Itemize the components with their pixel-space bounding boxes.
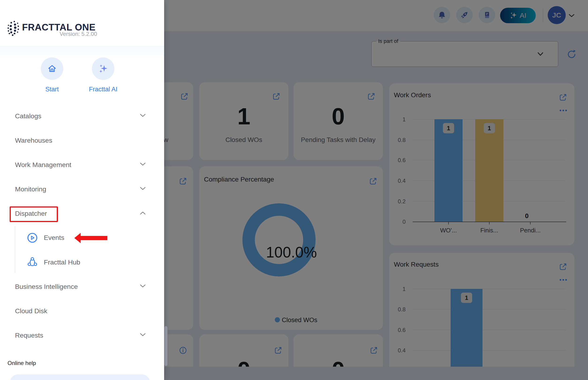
annotation-highlight-box [10, 206, 58, 222]
fracttal-hub-icon[interactable] [27, 257, 38, 268]
screen: AI JC Is part of [0, 0, 588, 380]
online-help-link[interactable]: Online help [7, 360, 36, 366]
sidebar-gradient-band [0, 47, 164, 59]
sidebar-item-work-management[interactable]: Work Management [15, 161, 71, 169]
chevron-up-icon[interactable] [140, 211, 146, 215]
annotation-arrow-icon [74, 233, 107, 243]
sidebar-bottom-button[interactable] [10, 374, 150, 380]
sidebar-item-catalogs[interactable]: Catalogs [15, 112, 41, 120]
sidebar-item-requests[interactable]: Requests [15, 331, 43, 339]
fracttal-ai-shortcut-button[interactable] [92, 57, 114, 80]
chevron-down-icon[interactable] [140, 333, 146, 337]
chevron-down-icon[interactable] [140, 284, 146, 288]
sidebar-item-events[interactable]: Events [44, 234, 64, 242]
sidebar-item-monitoring[interactable]: Monitoring [15, 185, 46, 193]
sparkles-icon [98, 63, 109, 74]
sidebar-item-cloud-disk[interactable]: Cloud Disk [15, 307, 47, 315]
home-icon [47, 63, 57, 74]
chevron-down-icon[interactable] [140, 114, 146, 117]
submenu-indent-line [15, 226, 15, 273]
navigation-sidebar: FRACTTAL ONE Version: 5.2.00 Start Fract… [0, 0, 164, 380]
start-button[interactable] [41, 57, 63, 80]
events-play-icon[interactable] [27, 232, 38, 243]
fracttal-logo-icon [7, 20, 20, 37]
sidebar-item-business-intelligence[interactable]: Business Intelligence [15, 283, 78, 290]
chevron-down-icon[interactable] [140, 187, 146, 190]
app-version: Version: 5.2.00 [23, 31, 133, 37]
sidebar-item-warehouses[interactable]: Warehouses [15, 137, 52, 144]
scrollbar-thumb[interactable] [164, 326, 167, 366]
start-label[interactable]: Start [29, 86, 76, 93]
sidebar-item-fracttal-hub[interactable]: Fracttal Hub [44, 258, 80, 266]
fracttal-ai-label[interactable]: Fracttal AI [77, 86, 129, 93]
chevron-down-icon[interactable] [140, 162, 146, 166]
